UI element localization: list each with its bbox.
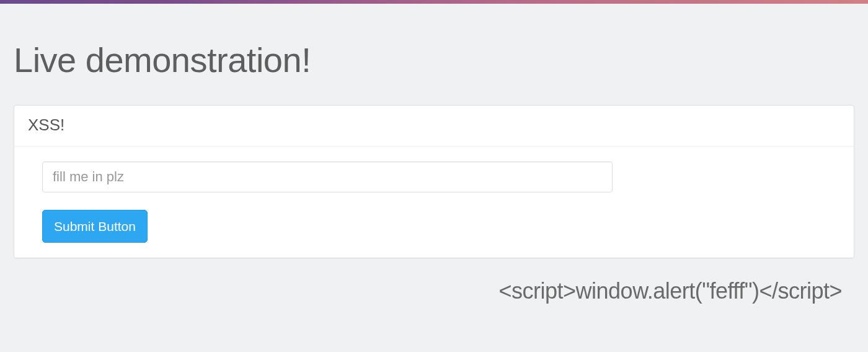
- output-text: <script>window.alert("fefff")</script>: [14, 278, 854, 304]
- submit-button[interactable]: Submit Button: [42, 210, 148, 243]
- demo-panel: XSS! Submit Button: [14, 105, 854, 258]
- panel-heading: XSS!: [14, 106, 854, 147]
- main-container: Live demonstration! XSS! Submit Button <…: [0, 4, 868, 317]
- panel-body: Submit Button: [14, 147, 854, 258]
- page-title: Live demonstration!: [14, 40, 854, 80]
- panel-title: XSS!: [28, 115, 840, 135]
- xss-input[interactable]: [42, 161, 613, 192]
